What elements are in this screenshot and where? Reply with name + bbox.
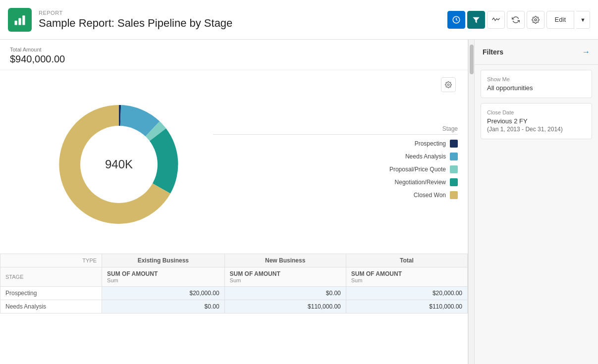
chart-wrapper: 940K Stage Prospecting Needs Analysis Pr… — [10, 75, 458, 254]
filters-title: Filters — [483, 48, 503, 56]
col2-sub: SUM OF AMOUNT Sum — [224, 267, 346, 287]
filters-sidebar: Filters → Show Me All opportunities Clos… — [474, 40, 598, 364]
svg-point-8 — [447, 84, 449, 86]
show-me-value: All opportunities — [487, 84, 586, 92]
chart-container: 940K Stage Prospecting Needs Analysis Pr… — [0, 70, 468, 254]
col2-header: New Business — [224, 254, 346, 267]
activity-button[interactable] — [487, 11, 505, 29]
data-table: TYPE Existing Business New Business Tota… — [0, 254, 468, 313]
svg-line-5 — [456, 20, 457, 21]
chart-legend: Stage Prospecting Needs Analysis Proposa… — [213, 125, 458, 204]
filters-header: Filters → — [475, 40, 598, 65]
refresh-button[interactable] — [507, 11, 525, 29]
legend-label: Prospecting — [415, 140, 446, 147]
row1-stage: Prospecting — [0, 287, 102, 300]
show-me-label: Show Me — [487, 76, 586, 82]
data-table-container: TYPE Existing Business New Business Tota… — [0, 254, 468, 313]
report-label: REPORT — [39, 10, 447, 16]
row2-stage: Needs Analysis — [0, 300, 102, 313]
legend-item: Needs Analysis — [213, 153, 458, 160]
clock-button[interactable] — [447, 11, 465, 29]
legend-label: Proposal/Price Quote — [389, 166, 446, 173]
total-label: Total Amount — [10, 47, 458, 52]
table-row: Needs Analysis $0.00 $110,000.00 $110,00… — [0, 300, 468, 313]
col3-header: Total — [346, 254, 467, 267]
close-date-label: Close Date — [487, 109, 586, 115]
svg-point-7 — [535, 19, 537, 21]
close-date-filter: Close Date Previous 2 FY (Jan 1, 2013 - … — [481, 103, 592, 139]
close-date-value: Previous 2 FY — [487, 117, 586, 125]
close-date-sub: (Jan 1, 2013 - Dec 31, 2014) — [487, 126, 586, 133]
legend-swatch — [450, 178, 458, 186]
legend-label: Closed Won — [414, 192, 446, 199]
svg-marker-6 — [473, 17, 480, 23]
svg-rect-1 — [18, 18, 21, 25]
col1-header: Existing Business — [102, 254, 225, 267]
row1-total: $20,000.00 — [346, 287, 467, 300]
edit-dropdown-button[interactable]: ▼ — [576, 11, 590, 29]
filters-expand-button[interactable]: → — [582, 48, 590, 56]
content-area: Total Amount $940,000.00 — [0, 40, 468, 364]
scrollbar[interactable] — [468, 40, 474, 364]
legend-title: Stage — [213, 125, 458, 135]
legend-item: Closed Won — [213, 191, 458, 199]
type-header: TYPE — [0, 254, 102, 267]
legend-swatch — [450, 191, 458, 199]
row2-total: $110,000.00 — [346, 300, 467, 313]
legend-item: Proposal/Price Quote — [213, 165, 458, 173]
row1-existing: $20,000.00 — [102, 287, 225, 300]
edit-button[interactable]: Edit — [546, 11, 574, 29]
legend-swatch — [450, 165, 458, 173]
col3-sub: SUM OF AMOUNT Sum — [346, 267, 467, 287]
row1-new: $0.00 — [224, 287, 346, 300]
show-me-filter: Show Me All opportunities — [481, 70, 592, 98]
legend-swatch — [450, 140, 458, 148]
total-section: Total Amount $940,000.00 — [0, 40, 468, 70]
legend-item: Negotiation/Review — [213, 178, 458, 186]
chart-settings-button[interactable] — [441, 77, 456, 92]
svg-point-9 — [80, 126, 158, 203]
scrollbar-thumb[interactable] — [470, 45, 474, 74]
legend-item: Prospecting — [213, 140, 458, 148]
filter-button[interactable] — [467, 11, 485, 29]
row2-new: $110,000.00 — [224, 300, 346, 313]
stage-sub-label: STAGE — [0, 267, 102, 287]
legend-label: Needs Analysis — [405, 153, 446, 160]
svg-rect-2 — [22, 15, 25, 25]
table-row: Prospecting $20,000.00 $0.00 $20,000.00 — [0, 287, 468, 300]
settings-button[interactable] — [527, 11, 544, 29]
report-icon — [8, 8, 32, 32]
col1-sub: SUM OF AMOUNT Sum — [102, 267, 225, 287]
page-title: Sample Report: Sales Pipeline by Stage — [39, 17, 447, 30]
total-value: $940,000.00 — [10, 53, 458, 65]
donut-chart: 940K — [40, 85, 198, 244]
sub-header-row: STAGE SUM OF AMOUNT Sum SUM OF AMOUNT Su… — [0, 267, 468, 287]
legend-label: Negotiation/Review — [395, 179, 446, 186]
legend-swatch — [450, 153, 458, 160]
svg-rect-0 — [15, 20, 17, 25]
row2-existing: $0.00 — [102, 300, 225, 313]
